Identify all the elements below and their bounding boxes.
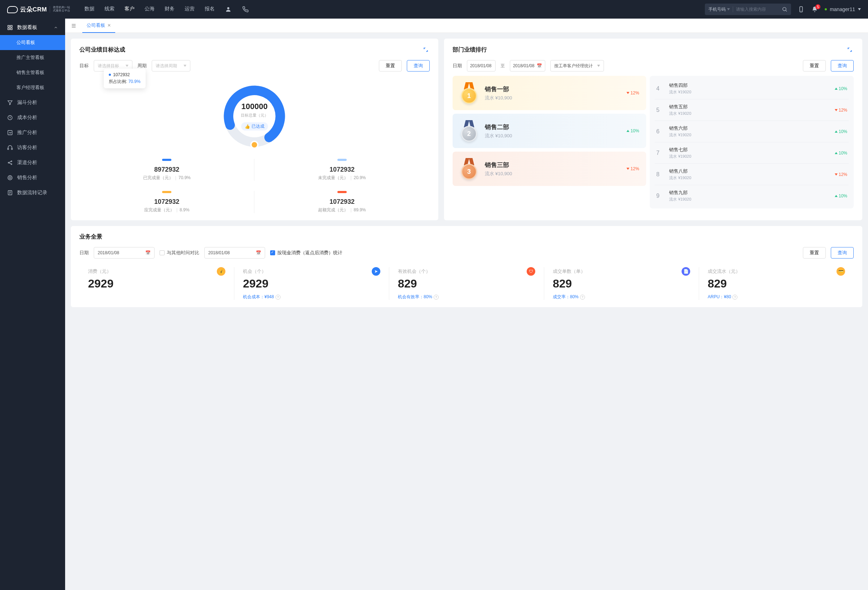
stat-exceeded: 1072932超额完成（元）|89.9% [254, 191, 430, 213]
nav-data[interactable]: 数据 [84, 6, 94, 13]
rank-number: 9 [656, 193, 664, 199]
stat-expected: 1072932应完成量（元）|8.9% [80, 191, 254, 213]
help-icon[interactable]: ? [580, 295, 585, 300]
tab-company-board[interactable]: 公司看板✕ [82, 19, 115, 33]
sidebar-item-sales[interactable]: 销售分析 [0, 170, 65, 185]
period-select[interactable]: 请选择周期 [152, 60, 190, 72]
metric-value: 829 [553, 277, 690, 290]
help-icon[interactable]: ? [434, 295, 438, 300]
sidebar-item-channel[interactable]: 渠道分析 [0, 155, 65, 170]
search-icon[interactable] [782, 6, 787, 12]
nav-lead[interactable]: 线索 [105, 6, 115, 13]
chart-icon [7, 130, 13, 135]
nav-enroll[interactable]: 报名 [205, 6, 215, 13]
rank-row[interactable]: 9 销售九部流水 ¥19020 10% [655, 185, 849, 206]
share-icon [7, 160, 13, 166]
rank-card-3[interactable]: 3 销售三部流水 ¥10,900 12% [453, 152, 647, 186]
sidebar-item-promo[interactable]: 推广分析 [0, 125, 65, 140]
user-menu[interactable]: manager11 [825, 6, 861, 12]
rank-name: 销售四部 [669, 82, 830, 89]
chevron-down-icon [125, 65, 128, 67]
search-type-select[interactable]: 手机号码 [709, 6, 730, 13]
sidebar-item-visitor[interactable]: 访客分析 [0, 140, 65, 155]
metric-card: 消费（元）💰 2929 [80, 267, 234, 300]
metric-card: 机会（个）➤ 2929机会成本：¥948 ? [234, 267, 389, 300]
rank-number: 6 [656, 128, 664, 135]
help-icon[interactable]: ? [732, 295, 737, 300]
rank-name: 销售五部 [669, 104, 830, 110]
svg-point-12 [11, 161, 12, 162]
expand-icon[interactable] [422, 46, 430, 54]
rank-number: 7 [656, 150, 664, 156]
date-to-input[interactable]: 2018/01/08📅 [510, 60, 545, 72]
svg-rect-6 [10, 28, 12, 30]
rank-card-1[interactable]: 1 销售一部流水 ¥10,900 12% [453, 76, 647, 110]
query-button[interactable]: 查询 [831, 247, 854, 259]
rank-number: 8 [656, 171, 664, 178]
reset-button[interactable]: 重置 [379, 60, 402, 72]
mobile-icon[interactable] [797, 6, 805, 13]
rank-delta: 12% [626, 166, 639, 171]
rank-row[interactable]: 6 销售六部流水 ¥19020 10% [655, 121, 849, 142]
rank-mode-select[interactable]: 按工单客户经理统计 [550, 60, 604, 72]
rank-sub: 流水 ¥19020 [669, 197, 830, 202]
donut-value: 100000 [242, 102, 268, 111]
rank-row[interactable]: 7 销售七部流水 ¥19020 10% [655, 142, 849, 164]
rank-row[interactable]: 5 销售五部流水 ¥19020 12% [655, 99, 849, 121]
nav-finance[interactable]: 财务 [165, 6, 174, 13]
nav-customer[interactable]: 客户 [124, 6, 134, 13]
sidebar-item-sales-lead[interactable]: 销售主管看板 [0, 65, 65, 80]
rank-sub: 流水 ¥10,900 [485, 171, 620, 177]
sidebar-item-company[interactable]: 公司看板 [0, 35, 65, 50]
close-icon[interactable]: ✕ [107, 23, 111, 28]
bell-icon[interactable]: 5 [811, 6, 818, 13]
overview-date-input[interactable]: 2018/01/08📅 [94, 247, 155, 259]
rank-card-2[interactable]: 2 销售二部流水 ¥10,900 10% [453, 114, 647, 148]
search-input[interactable] [736, 7, 779, 12]
logo-subtitle: 教育机构一站式服务云平台 [50, 6, 70, 13]
sidebar-item-cost[interactable]: 成本分析 [0, 110, 65, 125]
rank-rest-list: 4 销售四部流水 ¥19020 10%5 销售五部流水 ¥19020 12%6 … [650, 76, 854, 209]
person-icon[interactable] [225, 6, 232, 13]
panel-overview-title: 业务全景 [80, 233, 102, 241]
metric-sub: 机会有效率：80% ? [398, 294, 535, 300]
svg-rect-9 [7, 148, 9, 150]
chevron-up-icon [54, 25, 58, 30]
filter-period-label: 周期 [137, 63, 147, 69]
notif-badge: 5 [815, 4, 821, 9]
svg-point-14 [8, 175, 12, 180]
expand-icon[interactable] [846, 46, 854, 54]
svg-point-0 [227, 7, 229, 9]
metric-icon: 💳 [837, 267, 845, 276]
goal-donut-chart: 100000 目标总量（元） 👍已达成 [220, 82, 288, 150]
metric-value: 2929 [88, 277, 226, 290]
metric-value: 829 [708, 277, 845, 290]
query-button[interactable]: 查询 [407, 60, 430, 72]
collapse-sidebar-button[interactable] [69, 21, 78, 30]
compare-date-input[interactable]: 2018/01/08📅 [204, 247, 265, 259]
reset-button[interactable]: 重置 [803, 60, 826, 72]
compare-checkbox[interactable]: 与其他时间对比 [159, 250, 199, 256]
metric-label: 成交流水（元） [708, 268, 740, 275]
nav-ops[interactable]: 运营 [185, 6, 195, 13]
query-button[interactable]: 查询 [831, 60, 854, 72]
sidebar-group-dashboard[interactable]: 数据看板 [0, 20, 65, 35]
sidebar: 数据看板 公司看板 推广主管看板 销售主管看板 客户经理看板 漏斗分析 成本分析… [0, 19, 65, 590]
metric-card: 有效机会（个）🛡 829机会有效率：80% ? [389, 267, 544, 300]
svg-point-13 [11, 164, 12, 165]
sidebar-item-flow[interactable]: 数据流转记录 [0, 185, 65, 200]
medal-icon: 1 [460, 82, 478, 104]
nav-public[interactable]: 公海 [145, 6, 155, 13]
thumb-up-icon: 👍 [245, 124, 250, 129]
rank-row[interactable]: 4 销售四部流水 ¥19020 10% [655, 78, 849, 99]
help-icon[interactable]: ? [276, 295, 280, 300]
date-from-input[interactable]: 2018/01/08 [467, 60, 496, 72]
phone-icon[interactable] [242, 6, 249, 13]
sidebar-item-account-mgr[interactable]: 客户经理看板 [0, 80, 65, 95]
cash-checkbox[interactable]: 按现金消费（返点后消费）统计 [270, 250, 342, 256]
reset-button[interactable]: 重置 [803, 247, 826, 259]
panel-rank-title: 部门业绩排行 [453, 46, 487, 54]
sidebar-item-funnel[interactable]: 漏斗分析 [0, 95, 65, 110]
rank-row[interactable]: 8 销售八部流水 ¥19020 12% [655, 164, 849, 185]
sidebar-item-promo-lead[interactable]: 推广主管看板 [0, 50, 65, 65]
